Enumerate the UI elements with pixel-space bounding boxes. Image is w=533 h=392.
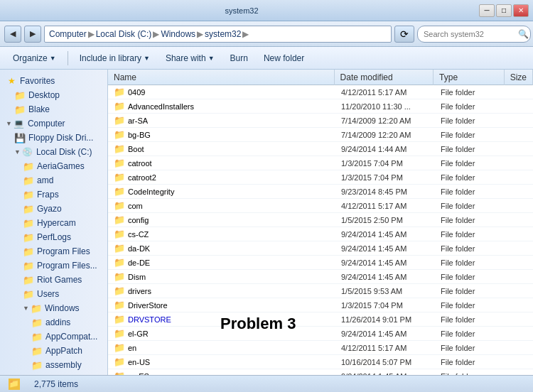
include-library-button[interactable]: Include in library ▼ <box>72 50 157 67</box>
sidebar-item-users[interactable]: 📁 Users <box>0 287 107 301</box>
file-type-cell: File folder <box>435 270 506 284</box>
table-row[interactable]: 📁catroot1/3/2015 7:04 PMFile folder <box>108 156 533 170</box>
file-size-cell <box>506 298 533 312</box>
path-computer: Computer <box>49 29 87 39</box>
table-row[interactable]: 📁ar-SA7/14/2009 12:20 AMFile folder <box>108 114 533 128</box>
file-name-cell: 📁ar-SA <box>108 114 335 128</box>
back-button[interactable]: ◀ <box>4 26 21 43</box>
sidebar-item-assembly[interactable]: 📁 assembly <box>0 358 107 372</box>
file-date-cell: 9/24/2014 1:45 AM <box>335 241 435 256</box>
sidebar-item-hypercam[interactable]: 📁 Hypercam <box>0 216 107 230</box>
table-row[interactable]: 📁AdvancedInstallers11/20/2010 11:30 ...F… <box>108 99 533 114</box>
forward-button[interactable]: ▶ <box>24 26 41 43</box>
minimize-button[interactable]: ─ <box>479 4 495 17</box>
sidebar-item-local-disk[interactable]: ▼ 💿 Local Disk (C:) <box>0 145 107 159</box>
file-name: DRVSTORE <box>128 315 171 324</box>
expand-arrow-windows: ▼ <box>23 305 29 312</box>
table-row[interactable]: 📁el-GR9/24/2014 1:45 AMFile folder <box>108 327 533 341</box>
sidebar-item-floppy[interactable]: 💾 Floppy Disk Dri... <box>0 131 107 145</box>
sidebar-item-programfiles2[interactable]: 📁 Program Files... <box>0 258 107 273</box>
folder-icon-floppy: 💾 <box>14 132 26 143</box>
sidebar-item-blake[interactable]: 📁 Blake <box>0 102 107 116</box>
table-row[interactable]: 📁CodeIntegrity9/23/2014 8:45 PMFile fold… <box>108 185 533 199</box>
file-size-cell <box>506 185 533 199</box>
file-name: de-DE <box>128 258 150 267</box>
sidebar-item-fraps[interactable]: 📁 Fraps <box>0 187 107 202</box>
organize-button[interactable]: Organize ▼ <box>6 50 63 67</box>
search-input[interactable] <box>417 26 531 43</box>
file-size-cell <box>506 284 533 298</box>
file-date-cell: 9/24/2014 1:45 AM <box>335 227 435 241</box>
file-name-cell: 📁DRVSTORE <box>108 312 335 327</box>
file-name-cell: 📁da-DK <box>108 241 335 256</box>
expand-arrow-local: ▼ <box>14 148 21 156</box>
table-row[interactable]: 📁de-DE9/24/2014 1:45 AMFile folder <box>108 256 533 270</box>
table-row[interactable]: 📁es-ES9/24/2014 1:45 AMFile folder <box>108 369 533 375</box>
file-name-cell: 📁Boot <box>108 142 335 156</box>
sidebar-item-gyazo[interactable]: 📁 Gyazo <box>0 202 107 216</box>
folder-icon: 📁 <box>114 101 125 111</box>
file-type-cell: File folder <box>435 85 506 99</box>
sidebar-item-desktop[interactable]: 📁 Desktop <box>0 88 107 102</box>
sidebar-item-windows[interactable]: ▼ 📁 Windows <box>0 301 107 315</box>
table-row[interactable]: 📁en-US10/16/2014 5:07 PMFile folder <box>108 355 533 369</box>
file-date-cell: 9/24/2014 1:45 AM <box>335 327 435 341</box>
file-date-cell: 1/3/2015 7:04 PM <box>335 156 435 170</box>
table-row[interactable]: 📁Dism9/24/2014 1:45 AMFile folder <box>108 270 533 284</box>
maximize-button[interactable]: □ <box>496 4 512 17</box>
table-row[interactable]: 📁04094/12/2011 5:17 AMFile folder <box>108 85 533 99</box>
col-header-date[interactable]: Date modified <box>335 70 434 85</box>
share-with-button[interactable]: Share with ▼ <box>158 50 222 67</box>
file-name-cell: 📁de-DE <box>108 256 335 270</box>
table-row[interactable]: 📁cs-CZ9/24/2014 1:45 AMFile folder <box>108 227 533 241</box>
toolbar: Organize ▼ Include in library ▼ Share wi… <box>0 47 533 70</box>
sidebar-item-appcompat[interactable]: 📁 AppCompat... <box>0 330 107 344</box>
file-name: AdvancedInstallers <box>128 102 194 111</box>
table-row[interactable]: 📁com4/12/2011 5:17 AMFile folder <box>108 199 533 213</box>
file-size-cell <box>506 170 533 185</box>
file-type-cell: File folder <box>435 142 506 156</box>
new-folder-button[interactable]: New folder <box>257 50 311 67</box>
file-name: ar-SA <box>128 116 148 125</box>
sidebar-item-computer[interactable]: ▼ 💻 Computer <box>0 116 107 131</box>
file-name-cell: 📁drivers <box>108 284 335 298</box>
file-date-cell: 1/3/2015 7:04 PM <box>335 170 435 185</box>
table-row[interactable]: 📁DriverStore1/3/2015 7:04 PMFile folder <box>108 298 533 312</box>
path-system32: system32 <box>205 29 241 39</box>
refresh-button[interactable]: ⟳ <box>394 26 414 43</box>
file-name-cell: 📁en-US <box>108 355 335 369</box>
file-name: com <box>128 202 143 210</box>
file-name-cell: 📁0409 <box>108 85 335 99</box>
table-row[interactable]: 📁config1/5/2015 2:50 PMFile folder <box>108 213 533 227</box>
sidebar-item-aeria[interactable]: 📁 AeriaGames <box>0 159 107 173</box>
address-path[interactable]: Computer ▶ Local Disk (C:) ▶ Windows ▶ s… <box>44 26 392 43</box>
table-row[interactable]: 📁catroot21/3/2015 7:04 PMFile folder <box>108 170 533 185</box>
table-row[interactable]: 📁Boot9/24/2014 1:44 AMFile folder <box>108 142 533 156</box>
table-row[interactable]: 📁DRVSTORE11/26/2014 9:01 PMFile folder <box>108 312 533 327</box>
folder-icon: 📁 <box>114 257 125 268</box>
file-name: Dism <box>128 273 146 281</box>
close-button[interactable]: ✕ <box>513 4 529 17</box>
folder-icon: 📁 <box>114 229 125 239</box>
sidebar-item-favorites[interactable]: ★ Favorites <box>0 74 107 88</box>
burn-button[interactable]: Burn <box>223 50 255 67</box>
sidebar-item-programfiles1[interactable]: 📁 Program Files <box>0 244 107 258</box>
file-date-cell: 7/14/2009 12:20 AM <box>335 114 435 128</box>
file-name-cell: 📁bg-BG <box>108 128 335 142</box>
table-row[interactable]: 📁bg-BG7/14/2009 12:20 AMFile folder <box>108 128 533 142</box>
table-row[interactable]: 📁en4/12/2011 5:17 AMFile folder <box>108 341 533 355</box>
sidebar-item-apppatch[interactable]: 📁 AppPatch <box>0 344 107 358</box>
file-name-cell: 📁en <box>108 341 335 355</box>
col-header-name[interactable]: Name <box>108 70 335 85</box>
col-header-type[interactable]: Type <box>434 70 505 85</box>
table-row[interactable]: 📁da-DK9/24/2014 1:45 AMFile folder <box>108 241 533 256</box>
file-name: da-DK <box>128 244 150 253</box>
sidebar-item-perflogs[interactable]: 📁 PerfLogs <box>0 230 107 244</box>
table-row[interactable]: 📁drivers1/5/2015 9:53 AMFile folder <box>108 284 533 298</box>
sidebar-item-riot-games[interactable]: 📁 Riot Games <box>0 273 107 287</box>
folder-icon-addins: 📁 <box>31 317 43 328</box>
file-name: es-ES <box>128 372 149 376</box>
sidebar-item-amd[interactable]: 📁 amd <box>0 173 107 187</box>
sidebar-item-addins[interactable]: 📁 addins <box>0 315 107 330</box>
col-header-size[interactable]: Size <box>505 70 533 85</box>
